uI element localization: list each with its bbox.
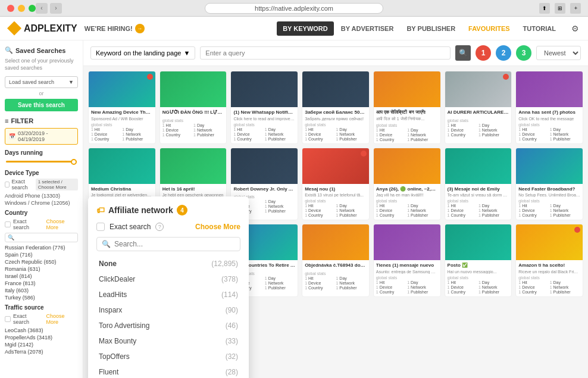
windows-option[interactable]: Windows / Chrome (12056) bbox=[5, 200, 78, 206]
fullscreen-dot[interactable] bbox=[29, 5, 36, 12]
day-stat: 1 Day bbox=[336, 127, 366, 132]
dropdown-list-item[interactable]: TopOffers (32) bbox=[96, 349, 240, 364]
ad-card-stats: 1 Hit 1 Day 1 Device 1 Network 1 Country… bbox=[305, 204, 367, 217]
ad-card[interactable]: Objednávka č.T68943 doručena global stat… bbox=[302, 224, 370, 297]
back-button[interactable]: ‹ bbox=[36, 3, 48, 14]
search-input[interactable] bbox=[205, 49, 445, 57]
ad-card-sub: No Setup Fees. Unlimited Broadband P... bbox=[518, 193, 580, 197]
ad-card[interactable]: Need Faster Broadband? No Setup Fees. Un… bbox=[515, 148, 583, 221]
dropdown-list-item[interactable]: Fluent (28) bbox=[96, 364, 240, 378]
ad-card[interactable]: Забери свой Баланс 500 рублей! Забрать д… bbox=[302, 71, 370, 144]
dropdown-list-item[interactable]: Toro Advertising (46) bbox=[96, 318, 240, 333]
badge-2[interactable]: 2 bbox=[496, 45, 511, 61]
tab-by-keyword[interactable]: BY KEYWORD bbox=[277, 21, 334, 36]
exact-search-checkbox[interactable] bbox=[5, 182, 10, 188]
country-choose-more[interactable]: Choose More bbox=[46, 218, 78, 230]
search-submit-button[interactable]: 🔍 bbox=[455, 45, 471, 61]
ad-card[interactable]: Mesaj nou (1) Există 13 viruși pe telefo… bbox=[302, 148, 370, 221]
dropdown-info-icon[interactable]: ? bbox=[155, 223, 164, 231]
load-saved-search-button[interactable]: Load saved search ▼ bbox=[5, 76, 78, 88]
country-item[interactable]: Russian Federation (776) bbox=[5, 245, 78, 251]
network-stat: 1 Network bbox=[478, 128, 509, 132]
device-stat: 1 Device bbox=[376, 208, 406, 213]
close-dot[interactable] bbox=[7, 5, 14, 12]
share-icon[interactable]: ⬆ bbox=[539, 3, 550, 14]
day-stat: 1 Day bbox=[550, 127, 580, 132]
dropdown-exact-checkbox[interactable] bbox=[96, 223, 105, 231]
ad-card[interactable]: Anna has sent (7) photos Click OK to rea… bbox=[515, 71, 583, 144]
country-search-input[interactable] bbox=[17, 235, 75, 240]
hits-stat: 1 Hit bbox=[376, 280, 406, 285]
country-item[interactable]: Israel (814) bbox=[5, 273, 78, 279]
keyword-dropdown[interactable]: Keyword on the landing page ▼ bbox=[90, 46, 195, 60]
dropdown-search-input[interactable] bbox=[114, 240, 235, 248]
forward-button[interactable]: › bbox=[50, 3, 62, 14]
country-item[interactable]: Romania (631) bbox=[5, 266, 78, 272]
sort-select[interactable]: Newest bbox=[536, 46, 581, 60]
hiring-banner[interactable]: WE'RE HIRING! → bbox=[85, 24, 145, 33]
android-option[interactable]: Android Phone (13303) bbox=[5, 193, 78, 199]
date-range[interactable]: 📅 03/20/2019 - 04/19/2019 bbox=[5, 128, 78, 145]
tab-by-publisher[interactable]: BY PUBLISHER bbox=[401, 21, 461, 36]
traffic-choose-more[interactable]: Choose More bbox=[46, 313, 78, 325]
days-running-slider[interactable] bbox=[5, 158, 78, 170]
ad-card[interactable]: AI DURERI ARTICULARE? Seara, ia 2 lingur… bbox=[445, 71, 512, 144]
tab-favourites[interactable]: FAVOURITES bbox=[462, 21, 515, 36]
tab-by-advertiser[interactable]: BY ADVERTISER bbox=[335, 21, 400, 36]
country-item[interactable]: Spain (716) bbox=[5, 252, 78, 258]
ad-card[interactable]: New Amazing Device That Will Transform Y… bbox=[88, 71, 156, 144]
country-item[interactable]: Turkey (586) bbox=[5, 295, 78, 301]
ad-card[interactable]: NGƯỜI ĐÀN ÔNG !!! LỰA CHỌN CỦA HÀNG ĐỒNG… bbox=[159, 71, 227, 144]
dropdown-list-item[interactable]: LeadHits (114) bbox=[96, 287, 240, 302]
device-stat: 1 Device bbox=[91, 132, 121, 136]
ad-card[interactable]: आप एक सेलिब्रिटी बन जाएंगे! आपी दिल को 1… bbox=[373, 71, 441, 144]
day-stat: 1 Day bbox=[122, 127, 152, 132]
ad-card[interactable]: (1) New Whatsapp Notification Click here… bbox=[230, 71, 298, 144]
traffic-exact-label: Exact search bbox=[13, 313, 44, 325]
badge-1[interactable]: 1 bbox=[476, 45, 491, 61]
ad-card[interactable]: (3) Mesaje noi de Emily Te-am văzut și v… bbox=[445, 148, 512, 221]
country-item[interactable]: France (813) bbox=[5, 280, 78, 286]
ad-card-image bbox=[374, 224, 440, 260]
country-item[interactable]: Italy (603) bbox=[5, 288, 78, 293]
badge-3[interactable]: 3 bbox=[516, 45, 531, 61]
dropdown-list-item[interactable]: Max Bounty (33) bbox=[96, 333, 240, 349]
ad-card-body: Amazon ti ha scelto! Riceve un regalo da… bbox=[516, 260, 583, 296]
ad-card-body: AI DURERI ARTICULARE? Seara, ia 2 lingur… bbox=[445, 107, 512, 139]
country-item[interactable]: Czech Republic (650) bbox=[5, 259, 78, 265]
settings-icon[interactable]: ⚙ bbox=[569, 23, 581, 35]
ad-card[interactable]: Tienes (1) mensaje nuevo Asunto: entrega… bbox=[373, 224, 441, 297]
country-stat: 1 Country bbox=[233, 137, 264, 141]
dropdown-list-item[interactable]: None (12,895) bbox=[96, 256, 240, 271]
ad-card-body: Mesaj nou (1) Există 13 viruși pe telefo… bbox=[302, 184, 369, 220]
traffic-source-item[interactable]: AdsTerra (2078) bbox=[5, 349, 78, 355]
hits-stat: 1 Hit bbox=[91, 127, 121, 132]
ad-card-body: NGƯỜI ĐÀN ÔNG !!! LỰA CHỌN CỦA HÀNG ĐỒNG… bbox=[160, 107, 227, 139]
extend-icon[interactable]: ＋ bbox=[570, 3, 581, 14]
traffic-source-item[interactable]: PropellerAds (3418) bbox=[5, 335, 78, 340]
tabs-icon[interactable]: ⊞ bbox=[555, 3, 565, 14]
traffic-source-item[interactable]: Mgid (2142) bbox=[5, 342, 78, 348]
traffic-exact-checkbox[interactable] bbox=[5, 316, 11, 322]
device-stat: 1 Device bbox=[518, 208, 549, 213]
tab-tutorial[interactable]: TUTORIAL bbox=[517, 21, 562, 36]
network-stat: 1 Network bbox=[336, 281, 366, 285]
dropdown-list-item[interactable]: Insparx (90) bbox=[96, 302, 240, 318]
ad-card-global-label: global stats bbox=[162, 118, 224, 123]
traffic-source-item[interactable]: LeoCash (3683) bbox=[5, 327, 78, 333]
dropdown-choose-more[interactable]: Choose More bbox=[195, 223, 240, 231]
day-stat: 1 Day bbox=[550, 204, 580, 208]
device-stat: 1 Device bbox=[448, 208, 478, 213]
ad-card[interactable]: Posto ✅ Hai un nuovo messaggio... global… bbox=[445, 224, 512, 297]
minimize-dot[interactable] bbox=[18, 5, 25, 12]
ad-card[interactable]: Amazon ti ha scelto! Riceve un regalo da… bbox=[515, 224, 583, 297]
url-bar[interactable]: https://native.adplexity.com bbox=[205, 3, 383, 14]
device-stat: 1 Device bbox=[162, 128, 193, 132]
dropdown-list-item[interactable]: ClickDealer (378) bbox=[96, 271, 240, 287]
save-search-button[interactable]: Save this search bbox=[5, 99, 78, 111]
country-exact-checkbox[interactable] bbox=[5, 221, 11, 227]
dropdown-item-name: TopOffers bbox=[99, 352, 222, 361]
ad-card[interactable]: Anya (26), 🟢 online, ~2,4 km Jag vill ha… bbox=[373, 148, 441, 221]
ad-card-global-label: global stats bbox=[91, 123, 153, 127]
dropdown-title: Affiliate network bbox=[108, 205, 173, 215]
